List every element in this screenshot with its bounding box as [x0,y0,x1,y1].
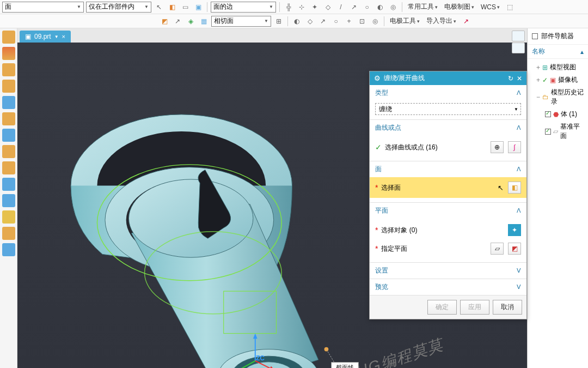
nav-datum[interactable]: ▱基准平面 [530,120,586,142]
snap-icon-5[interactable]: / [335,2,346,13]
lt-btn-11[interactable] [2,194,15,207]
tb2-icon-12[interactable]: ◎ [370,16,381,27]
file-tab[interactable]: ▣ 09.prt ▼ × [20,31,71,43]
ok-button[interactable]: 确定 [427,300,457,315]
lt-btn-6[interactable] [2,112,15,125]
wrap-unwrap-dialog: ⚙ 缠绕/展开曲线 ↻ ✕ 类型ᐱ 缠绕 曲线或点ᐱ ✓ 选择曲线或点 (16)… [369,71,527,319]
tb2-icon-5[interactable]: ⊞ [273,16,284,27]
cursor-pointer-icon: ↖ [498,184,504,192]
section-settings-header[interactable]: 设置ᐯ [370,263,526,279]
edge-filter-combo[interactable]: 面的边 [211,2,276,13]
snap-icon-8[interactable]: ◐ [375,2,385,13]
nav-history[interactable]: −🗀模型历史记录 [530,86,586,108]
lt-btn-3[interactable] [2,63,15,76]
cancel-button[interactable]: 取消 [493,300,522,315]
snap-icon-1[interactable]: ╬ [283,2,294,13]
tab-dropdown-icon[interactable]: ▼ [54,34,59,39]
rm-btn-1[interactable] [512,31,525,41]
gear-icon: ⚙ [374,74,381,82]
lt-btn-7[interactable] [2,129,15,142]
section-tooltip: 截面线 [331,362,359,368]
rect-select-icon[interactable]: ▭ [180,2,191,13]
snap-icon-6[interactable]: ↗ [348,2,359,13]
col-header-name[interactable]: 名称 [532,47,545,56]
select-icon[interactable]: ◧ [167,2,177,13]
tb2-icon-9[interactable]: ○ [330,16,341,27]
tab-close-icon[interactable]: × [62,33,65,40]
tb2-icon-4[interactable]: ▦ [198,16,209,27]
navigator-title: 部件导航器 [541,32,574,41]
menu-common-tools[interactable]: 常用工具 [406,2,440,11]
filter-scope-combo[interactable]: 仅在工作部件内 [86,2,151,13]
select-face-row[interactable]: * 选择面 ↖ ◧ [370,177,526,198]
section-curve-header[interactable]: 曲线或点ᐱ [370,120,526,136]
curve-add-button[interactable]: ⊕ [491,141,504,153]
rm-btn-2[interactable] [512,43,525,53]
lt-btn-9[interactable] [2,161,15,174]
apply-button[interactable]: 应用 [460,300,489,315]
curve-curve-button[interactable]: ∫ [508,141,521,153]
navigator-checkbox[interactable] [532,33,538,39]
dialog-reset-icon[interactable]: ↻ [508,75,513,82]
tb2-icon-2[interactable]: ↗ [172,16,183,27]
lt-btn-12[interactable] [2,210,15,224]
tb2-icon-10[interactable]: + [344,16,354,27]
tb2-icon-11[interactable]: ⊡ [357,16,367,27]
dialog-title: 缠绕/展开曲线 [384,74,425,83]
plane-csys-button[interactable]: ◩ [508,243,521,255]
section-face-header[interactable]: 面ᐱ [370,161,526,177]
tb2-icon-7[interactable]: ◇ [304,16,315,27]
section-type-header[interactable]: 类型ᐱ [370,85,526,101]
lt-btn-13[interactable] [2,227,15,240]
required-icon: * [375,244,378,253]
tangent-face-combo[interactable]: 相切面 [211,16,271,27]
lt-btn-10[interactable] [2,178,15,191]
tb2-icon-1[interactable]: ◩ [159,16,170,27]
snap-icon-7[interactable]: ○ [362,2,372,13]
section-preview-header[interactable]: 预览ᐯ [370,279,526,295]
chevron-down-icon: ᐯ [517,267,521,274]
plane-define-button[interactable]: ▱ [491,243,504,255]
model-render [50,64,355,368]
lt-btn-8[interactable] [2,145,15,158]
tb2-icon-8[interactable]: ↗ [317,16,328,27]
right-micro-toolbar [512,31,526,53]
lt-btn-5[interactable] [2,96,15,109]
plane-target-button[interactable]: ✦ [508,224,521,236]
required-icon: * [375,226,378,234]
snap-icon-9[interactable]: ◎ [388,2,399,13]
extra-icon-1[interactable]: ⬚ [504,2,515,13]
face-pick-button[interactable]: ◧ [508,182,521,194]
snap-icon-2[interactable]: ⊹ [296,2,307,13]
menu-wcs[interactable]: WCS [479,3,502,11]
chevron-down-icon: ᐯ [517,283,521,291]
cursor-icon[interactable]: ↖ [154,2,164,13]
lt-btn-4[interactable] [2,80,15,93]
type-combo[interactable]: 缠绕 [375,103,521,115]
snap-icon-4[interactable]: ◇ [322,2,333,13]
axis-zc-label: ZC [256,354,265,362]
dialog-titlebar[interactable]: ⚙ 缠绕/展开曲线 ↻ ✕ [370,71,526,85]
box-icon[interactable]: ▣ [193,2,204,13]
menu-electrode-tools[interactable]: 电极工具 [388,16,422,26]
sort-icon[interactable]: ▴ [580,48,584,56]
tab-cube-icon: ▣ [25,33,31,40]
plane-spec-label: 指定平面 [381,244,486,254]
menu-import-export[interactable]: 导入导出 [424,16,458,26]
filter-face-combo[interactable]: 面 [2,2,84,13]
tb2-icon-6[interactable]: ◐ [291,16,302,27]
chevron-up-icon: ᐱ [517,166,521,173]
section-plane-header[interactable]: 平面ᐱ [370,203,526,219]
nav-camera[interactable]: +✓▣摄像机 [530,74,586,86]
nav-model-view[interactable]: +⊞模型视图 [530,61,586,74]
dialog-close-icon[interactable]: ✕ [517,75,522,82]
nav-body[interactable]: ⬣体 (1) [530,108,586,120]
tb2-icon-13[interactable]: ↗ [461,16,471,27]
snap-icon-3[interactable]: ✦ [309,2,320,13]
tb2-icon-3[interactable]: ◈ [185,16,196,27]
lt-btn-14[interactable] [2,243,15,256]
lt-btn-1[interactable] [2,31,15,44]
lt-btn-2[interactable] [2,47,15,60]
curve-label: 选择曲线或点 (16) [385,143,486,152]
menu-electrode-drawing[interactable]: 电极制图 [442,2,476,11]
